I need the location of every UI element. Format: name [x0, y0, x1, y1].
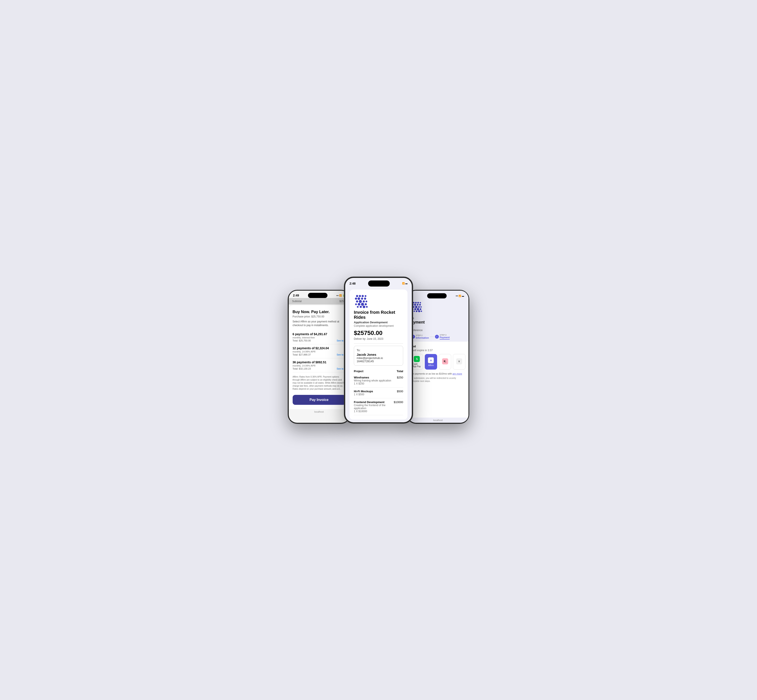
svg-point-35	[419, 308, 421, 310]
affirm-disclaimer: Affirm: Rates from 0-36% APR. Payment op…	[292, 373, 346, 393]
phone-left: 2:49 ▪▪▪ 📶 🔋 Subtotal $25... Buy Now. Pa…	[288, 290, 350, 424]
option-36-sub: monthly, 14.99% APR	[292, 364, 346, 367]
right-top-area: es ayment 0 onference ✓ STEP 2	[408, 299, 468, 342]
battery-center: ▬	[405, 282, 407, 284]
affirm-label: Affirm	[428, 364, 434, 367]
wifi-icon-left: ▪▪▪	[336, 294, 339, 297]
svg-point-25	[414, 304, 416, 306]
svg-point-10	[363, 300, 365, 303]
svg-point-1	[359, 295, 361, 297]
phone-center: 2:48 📶 ▬	[344, 277, 413, 423]
recipient-phone: 16462728145	[357, 359, 400, 363]
svg-point-6	[361, 298, 363, 300]
svg-point-16	[357, 306, 358, 308]
step-3-check: ✓	[435, 335, 439, 339]
option-12-title: 12 payments of $2,324.04	[292, 347, 346, 350]
svg-point-27	[419, 304, 421, 306]
svg-point-5	[358, 297, 360, 300]
recipient-email: mike@projectshub.io	[357, 356, 400, 359]
step-3-label: STEP 3	[440, 334, 450, 336]
svg-point-39	[421, 311, 422, 312]
invoice-subtitle: Application Development	[354, 321, 403, 324]
dynamic-island-center	[368, 280, 390, 286]
steps-bar: ✓ STEP 2 Information ✓ STEP 3 Payment	[411, 334, 465, 339]
col-project: Project	[354, 370, 363, 373]
payment-option-12[interactable]: 12 payments of $2,324.04 monthly, 14.99%…	[292, 344, 346, 358]
expiry-label: g will expire in 3:37	[411, 349, 465, 352]
status-bar-left: 2:49 ▪▪▪ 📶 🔋	[289, 291, 350, 298]
invoice-amount: $25750.00	[354, 330, 403, 336]
payment-method-label: hod	[411, 345, 465, 348]
svg-point-26	[416, 304, 418, 306]
right-main-area: hod g will expire in 3:37 S Cash App Pay…	[408, 342, 468, 417]
affirm-sheet: Buy Now. Pay Later. Purchase price: $25,…	[289, 305, 350, 409]
dynamic-island-left	[308, 293, 327, 298]
svg-point-7	[364, 298, 366, 300]
phones-container: 2:49 ▪▪▪ 📶 🔋 Subtotal $25... Buy Now. Pa…	[281, 266, 476, 434]
svg-point-17	[360, 306, 362, 308]
status-icons-center: 📶 ▬	[402, 282, 407, 284]
company-logo	[354, 294, 403, 310]
svg-point-21	[415, 302, 417, 304]
svg-point-9	[359, 300, 362, 303]
step-3-info: STEP 3 Payment	[440, 334, 450, 339]
col-total: Total	[397, 370, 403, 373]
option-12-total: Total: $27,888.37	[292, 353, 311, 356]
method-title-right: ayment	[411, 320, 465, 325]
dots-icon-right: •••	[456, 295, 458, 297]
learn-more-link[interactable]: arn more	[452, 372, 462, 375]
svg-point-22	[417, 302, 419, 304]
item-mockups-price: $500	[397, 390, 403, 393]
center-content: Invoice from Rocket Rides Application De…	[345, 288, 412, 422]
item-mockups-name: Hi-Fi Mockups	[354, 390, 373, 393]
affirm-button[interactable]: a Affirm	[425, 354, 437, 370]
line-item-frontend: Frontend Development Creating the fronte…	[354, 398, 403, 415]
invoice-date: Deliver by: June 15, 2023	[354, 338, 403, 341]
item-wireframes-detail: Wiring framing whole application	[354, 379, 391, 382]
section-label-right: es	[411, 316, 465, 320]
invoice-title: Invoice from Rocket Rides	[354, 310, 403, 320]
klarna-button[interactable]: K.	[439, 354, 451, 370]
battery-right: ▬	[462, 295, 464, 297]
status-bar-right: 2:48 ••• 📶 ▬	[408, 291, 468, 299]
item-mockups-qty: 1 X $500	[354, 393, 373, 396]
step-2: ✓ STEP 2 Information	[411, 334, 429, 339]
phone-left-inner: 2:49 ▪▪▪ 📶 🔋 Subtotal $25... Buy Now. Pa…	[289, 291, 350, 423]
item-wireframes-name: Wireframes	[354, 376, 391, 379]
option-6-total: Total: $25,750.00	[292, 339, 311, 342]
payment-option-6[interactable]: 6 payments of $4,291.67 monthly, interes…	[292, 330, 346, 344]
svg-point-19	[366, 306, 368, 308]
affirm-title: Buy Now. Pay Later.	[292, 310, 346, 314]
step-3-title: Payment	[440, 336, 450, 339]
svg-point-4	[355, 298, 357, 300]
item-frontend-price: $10000	[394, 400, 403, 404]
svg-point-30	[418, 306, 420, 308]
svg-point-14	[361, 303, 364, 306]
step-2-title: Information	[416, 336, 429, 339]
item-wireframes-qty: 1 X $250	[354, 382, 391, 385]
subtotal-label: Subtotal	[292, 300, 302, 303]
cash-app-icon: S	[414, 356, 420, 362]
item-frontend-qty: 1 X $10000	[354, 410, 394, 413]
step-2-info: STEP 2 Information	[416, 334, 429, 339]
invoice-to-box: To: Jacob Jones mike@projectshub.io 1646…	[354, 346, 403, 366]
installment-text: ree payments or as low as $10/mo with ar…	[411, 372, 465, 375]
line-item-wireframes: Wireframes Wiring framing whole applicat…	[354, 374, 403, 388]
amount-right: 0	[411, 325, 465, 329]
status-icons-right: ••• 📶 ▬	[456, 295, 464, 297]
klarna-icon: K.	[442, 358, 448, 364]
dynamic-island-right	[427, 293, 447, 298]
pay-invoice-button[interactable]: Pay Invoice	[292, 395, 346, 405]
step-3: ✓ STEP 3 Payment	[435, 334, 450, 339]
svg-point-23	[419, 302, 421, 303]
more-options-button[interactable]: ∨	[453, 354, 465, 370]
option-6-title: 6 payments of $4,291.67	[292, 332, 346, 336]
payment-option-36[interactable]: 36 payments of $892.51 monthly, 14.99% A…	[292, 358, 346, 372]
svg-point-37	[416, 310, 418, 312]
wifi-icon-left2: 📶	[339, 294, 342, 297]
svg-point-15	[364, 303, 367, 305]
item-frontend-detail: Creating the frontend of the application	[354, 404, 394, 410]
invoice-card: Invoice from Rocket Rides Application De…	[350, 289, 407, 420]
svg-point-12	[355, 303, 357, 305]
svg-point-3	[364, 295, 366, 297]
